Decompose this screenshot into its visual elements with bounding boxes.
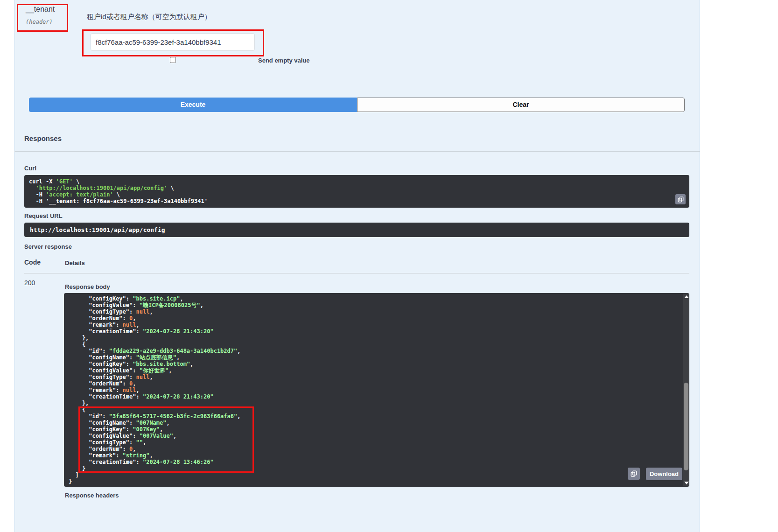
parameter-description: 租户id或者租户名称（可空为默认租户）: [87, 13, 211, 21]
scroll-up-arrow-icon[interactable]: [684, 295, 689, 298]
parameter-location: (header): [26, 19, 53, 25]
response-body-block[interactable]: "configKey": "bbs.site.icp", "configValu…: [64, 293, 689, 487]
scroll-down-arrow-icon[interactable]: [684, 482, 689, 484]
response-copy-button[interactable]: [628, 468, 640, 480]
details-column-header: Details: [65, 259, 85, 266]
tenant-input[interactable]: [91, 33, 255, 51]
response-body-scrollbar-thumb[interactable]: [684, 383, 688, 470]
send-empty-value-checkbox[interactable]: [170, 57, 176, 63]
clipboard-icon: [631, 470, 637, 477]
download-button[interactable]: Download: [646, 468, 682, 480]
response-headers-label: Response headers: [65, 492, 119, 499]
parameter-name: __tenant: [26, 5, 55, 14]
response-table-divider: [24, 273, 689, 273]
clipboard-icon: [678, 196, 684, 203]
request-url-value: http://localhost:19001/api/app/config: [24, 223, 689, 237]
request-url-label: Request URL: [24, 212, 63, 219]
curl-label: Curl: [24, 165, 36, 172]
responses-divider: [14, 151, 700, 152]
clear-button[interactable]: Clear: [357, 98, 685, 112]
send-empty-value-label: Send empty value: [258, 57, 310, 64]
response-body-label: Response body: [65, 283, 110, 290]
curl-copy-button[interactable]: [675, 194, 686, 204]
curl-command-block: curl -X 'GET' \ 'http://localhost:19001/…: [24, 175, 689, 208]
status-code: 200: [24, 279, 35, 287]
execute-button[interactable]: Execute: [29, 98, 357, 112]
server-response-label: Server response: [24, 243, 72, 250]
responses-title: Responses: [24, 134, 62, 142]
code-column-header: Code: [24, 259, 41, 266]
